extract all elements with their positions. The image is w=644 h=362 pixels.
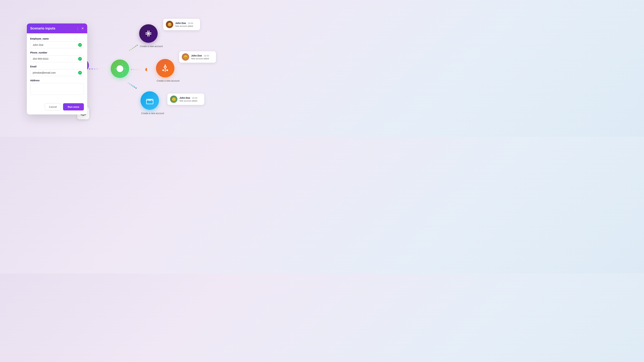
svg-text:→: →: [124, 67, 126, 70]
svg-text:→: →: [120, 71, 124, 75]
avatar-1: 😊: [166, 21, 173, 28]
notif-time-1: 18:00: [188, 22, 193, 24]
employee-name-check-icon: ✓: [78, 43, 82, 47]
employee-name-label: Employee_name: [30, 37, 84, 40]
field-address: Address: [30, 79, 84, 95]
hub-node: → → → →: [111, 59, 129, 78]
field-phone-number: Phone_number ✓: [30, 51, 84, 62]
svg-rect-7: [150, 34, 152, 34]
dialog-close-icon[interactable]: ✕: [81, 27, 84, 30]
svg-rect-15: [165, 64, 166, 66]
notif-msg-2: New account added: [191, 57, 209, 60]
address-label: Address: [30, 79, 84, 82]
email-label: Email: [30, 65, 84, 68]
phone-number-check-icon: ✓: [78, 57, 82, 61]
notif-name-2: John Doe: [191, 54, 202, 57]
svg-rect-5: [146, 34, 148, 34]
svg-rect-9: [149, 30, 150, 32]
dialog-more-icon[interactable]: ⋮: [76, 27, 79, 30]
email-input[interactable]: [30, 69, 84, 76]
employee-name-input[interactable]: [30, 41, 84, 48]
scenario-inputs-dialog: Scenario inputs ⋮ ✕ Employee_name ✓ Phon…: [27, 23, 87, 114]
notif-name-1: John Doe: [175, 22, 186, 24]
svg-point-17: [162, 69, 164, 71]
notif-msg-1: New account added: [175, 25, 193, 27]
svg-point-18: [166, 69, 168, 71]
slack-node-label: Create a new account: [138, 45, 165, 48]
notif-content-2: John Doe 18:00 New account added: [191, 54, 209, 60]
field-employee-name: Employee_name ✓: [30, 37, 84, 48]
svg-rect-12: [148, 32, 150, 34]
box-node-label: Create a new account: [139, 112, 166, 115]
svg-rect-6: [150, 32, 152, 33]
notif-name-3: John Doe: [180, 96, 190, 99]
hubspot-node: [156, 59, 174, 77]
hubspot-node-label: Create a new account: [155, 79, 182, 82]
svg-rect-10: [148, 34, 148, 36]
run-once-button[interactable]: Run once: [63, 103, 84, 110]
svg-rect-20: [148, 99, 151, 101]
notification-card-3: 🙂 John Doe 18:00 New account added: [167, 93, 204, 105]
notif-time-2: 18:00: [204, 54, 209, 57]
dialog-header: Scenario inputs ⋮ ✕: [27, 23, 87, 33]
email-check-icon: ✓: [78, 71, 82, 75]
svg-rect-8: [148, 30, 148, 32]
avatar-2: 😄: [182, 53, 189, 61]
svg-rect-4: [146, 32, 148, 33]
notification-card-1: 😊 John Doe 18:00 New account added: [163, 19, 200, 30]
box-node: [140, 91, 159, 110]
notif-msg-3: New account added: [180, 100, 198, 102]
svg-rect-11: [149, 34, 150, 36]
phone-number-input[interactable]: [30, 55, 84, 62]
svg-point-14: [164, 66, 166, 68]
notif-content-3: John Doe 18:00 New account added: [180, 96, 198, 102]
cancel-button[interactable]: Cancel: [45, 103, 61, 110]
slack-node: [139, 24, 158, 43]
notif-time-3: 18:00: [192, 97, 198, 99]
address-input[interactable]: [30, 83, 84, 95]
dialog-footer: Cancel Run once: [27, 101, 87, 114]
svg-text:→: →: [120, 62, 124, 66]
notif-content-1: John Doe 18:00 New account added: [175, 22, 193, 27]
avatar-3: 🙂: [170, 95, 178, 103]
dialog-body: Employee_name ✓ Phone_number ✓ Email ✓ A…: [27, 33, 87, 101]
svg-text:→: →: [114, 67, 116, 70]
phone-number-label: Phone_number: [30, 51, 84, 54]
dialog-title: Scenario inputs: [30, 26, 55, 30]
notification-card-2: 😄 John Doe 18:00 New account added: [179, 51, 216, 63]
field-email: Email ✓: [30, 65, 84, 76]
